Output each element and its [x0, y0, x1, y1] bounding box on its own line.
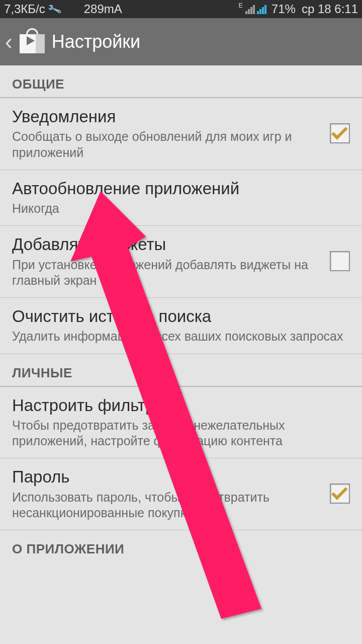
battery-percent: 71% — [272, 2, 296, 16]
item-clear-search[interactable]: Очистить историю поиска Удалить информац… — [0, 298, 362, 354]
checkmark-icon — [331, 484, 348, 500]
item-filter[interactable]: Настроить фильтр Чтобы предотвратить заг… — [0, 387, 362, 459]
item-widgets[interactable]: Добавлять виджеты При установке приложен… — [0, 226, 362, 298]
item-title: Пароль — [12, 466, 320, 487]
section-about: О ПРИЛОЖЕНИИ — [0, 530, 362, 562]
signal-icon-2 — [257, 4, 266, 14]
item-title: Настроить фильтр — [12, 395, 350, 416]
play-store-icon[interactable] — [20, 30, 45, 53]
wrench-icon: 🔧 — [46, 1, 62, 17]
network-speed: 7,3КБ/с — [4, 2, 45, 16]
action-bar: ‹ Настройки — [0, 18, 362, 65]
item-subtitle: Удалить информацию о всех ваших поисковы… — [12, 329, 350, 344]
status-date: ср 18 6:11 — [302, 2, 358, 16]
checkbox-notifications[interactable] — [330, 123, 350, 143]
checkmark-icon — [331, 123, 348, 140]
item-subtitle: Никогда — [12, 201, 350, 216]
item-title: Уведомления — [12, 106, 320, 127]
page-title: Настройки — [52, 31, 141, 52]
item-subtitle: При установке приложений добавлять видже… — [12, 257, 320, 289]
signal-icon-1 — [245, 4, 255, 14]
status-bar: 7,3КБ/с 🔧 289mA E 71% ср 18 6:11 — [0, 0, 362, 18]
edge-network-icon: E — [239, 2, 243, 9]
item-title: Очистить историю поиска — [12, 306, 350, 327]
item-password[interactable]: Пароль Использовать пароль, чтобы предот… — [0, 458, 362, 530]
item-subtitle: Чтобы предотвратить загрузку нежелательн… — [12, 418, 350, 449]
section-general: ОБЩИЕ — [0, 65, 362, 98]
item-notifications[interactable]: Уведомления Сообщать о выходе обновлений… — [0, 98, 362, 170]
item-subtitle: Сообщать о выходе обновлений для моих иг… — [12, 129, 320, 160]
current-draw: 289mA — [84, 2, 122, 16]
back-icon[interactable]: ‹ — [5, 29, 13, 54]
item-autoupdate[interactable]: Автообновление приложений Никогда — [0, 170, 362, 226]
section-personal: ЛИЧНЫЕ — [0, 354, 362, 387]
item-subtitle: Использовать пароль, чтобы предотвратить… — [12, 490, 320, 521]
item-title: Добавлять виджеты — [12, 234, 320, 255]
item-title: Автообновление приложений — [12, 178, 350, 199]
checkbox-widgets[interactable] — [330, 251, 350, 271]
checkbox-password[interactable] — [330, 484, 350, 504]
settings-list: ОБЩИЕ Уведомления Сообщать о выходе обно… — [0, 65, 362, 562]
